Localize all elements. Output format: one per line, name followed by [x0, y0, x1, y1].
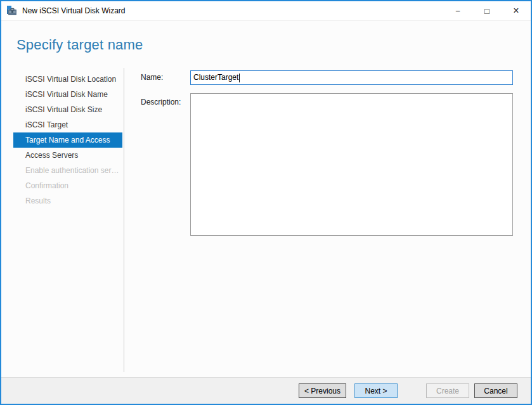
description-textarea[interactable]	[190, 93, 513, 236]
sidebar-divider	[124, 68, 124, 372]
step-access-servers[interactable]: Access Servers	[1, 148, 122, 163]
description-label: Description:	[141, 98, 181, 106]
name-label: Name:	[141, 73, 163, 82]
step-confirmation: Confirmation	[1, 178, 122, 193]
step-target-name-and-access[interactable]: Target Name and Access	[13, 132, 122, 148]
maximize-button[interactable]: □	[472, 1, 502, 21]
next-button[interactable]: Next >	[354, 383, 398, 398]
titlebar: New iSCSI Virtual Disk Wizard − □ ×	[1, 1, 531, 21]
step-iscsi-virtual-disk-size[interactable]: iSCSI Virtual Disk Size	[1, 102, 122, 117]
step-results: Results	[1, 193, 122, 209]
step-enable-authentication: Enable authentication ser…	[1, 163, 122, 178]
page-title: Specify target name	[16, 37, 143, 53]
target-name-value: ClusterTarget	[193, 71, 238, 84]
create-button: Create	[426, 383, 469, 398]
target-name-input[interactable]: ClusterTarget	[190, 70, 513, 85]
step-iscsi-virtual-disk-location[interactable]: iSCSI Virtual Disk Location	[1, 72, 122, 87]
window-title: New iSCSI Virtual Disk Wizard	[22, 6, 443, 15]
step-iscsi-target[interactable]: iSCSI Target	[1, 117, 122, 132]
close-button[interactable]: ×	[502, 1, 531, 21]
minimize-button[interactable]: −	[443, 1, 472, 21]
text-caret	[239, 74, 240, 82]
server-manager-icon	[6, 6, 16, 16]
wizard-steps-nav: iSCSI Virtual Disk Location iSCSI Virtua…	[1, 72, 122, 209]
step-iscsi-virtual-disk-name[interactable]: iSCSI Virtual Disk Name	[1, 87, 122, 102]
wizard-window: New iSCSI Virtual Disk Wizard − □ × Spec…	[0, 0, 532, 405]
previous-button[interactable]: < Previous	[299, 383, 346, 398]
wizard-footer: < Previous Next > Create Cancel	[1, 377, 531, 404]
cancel-button[interactable]: Cancel	[474, 383, 517, 398]
window-controls: − □ ×	[443, 1, 531, 21]
